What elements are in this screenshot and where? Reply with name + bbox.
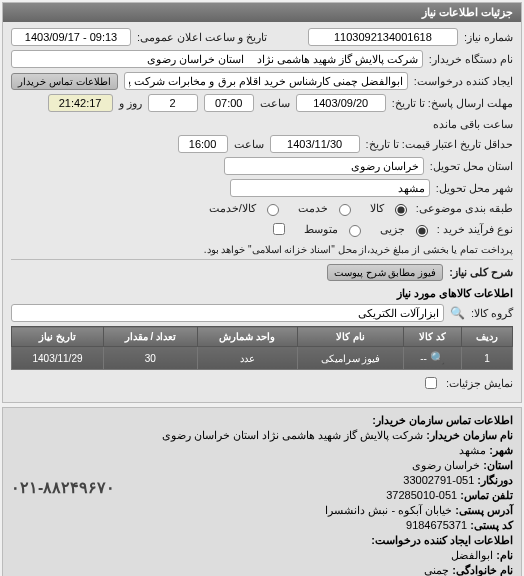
radio-goods-service[interactable] [267,204,279,216]
radio-service[interactable] [339,204,351,216]
postal-code-label: کد پستی: [470,519,513,531]
radio-partial[interactable] [416,225,428,237]
days-input[interactable] [148,94,198,112]
details-toggle-label: نمایش جزئیات: [446,377,513,390]
days-label: روز و [119,97,142,110]
cell-code-text: -- [420,353,427,364]
cell-qty: 30 [103,347,197,370]
need-number-input[interactable] [308,28,458,46]
row-org: نام دستگاه خریدار: [11,50,513,68]
th-name: نام کالا [297,327,403,347]
creator-family-label: نام خانوادگی: [452,564,513,576]
contact-info-block: اطلاعات تماس سازمان خریدار: نام سازمان خ… [2,407,522,576]
province-label: استان محل تحویل: [430,160,513,173]
cell-row: 1 [462,347,513,370]
radio-service-label: خدمت [298,202,328,215]
phone-value: 051-37285010 [386,489,457,501]
postal-label: آدرس پستی: [455,504,513,516]
prefix-label: دورنگار: [477,474,513,486]
row-category: طبقه بندی موضوعی: کالا خدمت کالا/خدمت [11,201,513,216]
treasury-checkbox[interactable] [273,223,285,235]
details-checkbox[interactable] [425,377,437,389]
creator-input[interactable] [124,72,408,90]
row-details-toggle: نمایش جزئیات: [11,374,513,392]
goods-section-title: اطلاعات کالاهای مورد نیاز [11,287,513,300]
row-need-desc: شرح کلی نیاز: فیوز مطابق شرح پیوست [11,264,513,281]
th-unit: واحد شمارش [197,327,297,347]
province-input[interactable] [224,157,424,175]
cell-date: 1403/11/29 [12,347,104,370]
group-input[interactable] [11,304,444,322]
info-city-value: مشهد [459,444,486,456]
goods-table: ردیف کد کالا نام کالا واحد شمارش تعداد /… [11,326,513,370]
response-time-input[interactable] [204,94,254,112]
response-label: مهلت ارسال پاسخ: تا تاریخ: [392,97,513,110]
divider-1 [11,259,513,260]
row-need-number: شماره نیاز: تاریخ و ساعت اعلان عمومی: [11,28,513,46]
table-header-row: ردیف کد کالا نام کالا واحد شمارش تعداد /… [12,327,513,347]
city-label: شهر محل تحویل: [436,182,513,195]
need-desc-label: شرح کلی نیاز: [449,266,513,279]
phone-label: تلفن تماس: [460,489,513,501]
creator-name-label: نام: [496,549,513,561]
purchase-label: حداقل تاریخ اعتبار قیمت: تا تاریخ: [366,138,513,151]
purchase-time-label: ساعت [234,138,264,151]
announce-input[interactable] [11,28,131,46]
org-name-value: شرکت پالایش گاز شهید هاشمی نژاد استان خر… [162,429,423,441]
row-province: استان محل تحویل: [11,157,513,175]
info-province-label: استان: [483,459,513,471]
postal-value: خیابان آبکوه - نبش دانشسرا [325,504,452,516]
category-label: طبقه بندی موضوعی: [416,202,513,215]
org-label: نام دستگاه خریدار: [429,53,513,66]
th-qty: تعداد / مقدار [103,327,197,347]
org-name-label: نام سازمان خریدار: [426,429,513,441]
panel-content: شماره نیاز: تاریخ و ساعت اعلان عمومی: نا… [3,22,521,402]
details-panel: جزئیات اطلاعات نیاز شماره نیاز: تاریخ و … [2,2,522,403]
remaining-time-input [48,94,113,112]
row-goods-group: گروه کالا: 🔍 [11,304,513,322]
radio-goods-service-label: کالا/خدمت [209,202,256,215]
need-number-label: شماره نیاز: [464,31,513,44]
th-code: کد کالا [404,327,462,347]
purchase-time-input[interactable] [178,135,228,153]
postal-code-value: 9184675371 [406,519,467,531]
info-province-value: خراسان رضوی [412,459,480,471]
remaining-label: ساعت باقی مانده [433,118,513,131]
row-search-icon[interactable]: 🔍 [430,351,445,365]
response-time-label: ساعت [260,97,290,110]
radio-medium-label: متوسط [304,223,338,236]
attachment-button[interactable]: فیوز مطابق شرح پیوست [327,264,443,281]
group-label: گروه کالا: [471,307,513,320]
cell-code: 🔍 -- [404,347,462,370]
row-process: نوع فرآیند خرید : جزیی متوسط پرداخت تمام… [11,220,513,255]
row-city: شهر محل تحویل: [11,179,513,197]
creator-label: ایجاد کننده درخواست: [414,75,513,88]
radio-goods-label: کالا [370,202,384,215]
radio-medium[interactable] [349,225,361,237]
table-row[interactable]: 1 🔍 -- فیوز سرامیکی عدد 30 1403/11/29 [12,347,513,370]
radio-goods[interactable] [395,204,407,216]
prefix-value: 051-33002791 [403,474,474,486]
process-label: نوع فرآیند خرید : [437,223,513,236]
contact-section2-label: اطلاعات ایجاد کننده درخواست: [371,534,513,546]
creator-name-value: ابوالفضل [451,549,493,561]
contact-section1-label: اطلاعات تماس سازمان خریدار: [372,414,513,426]
search-icon[interactable]: 🔍 [450,306,465,320]
panel-title: جزئیات اطلاعات نیاز [3,3,521,22]
creator-family-value: چمنی [424,564,449,576]
row-response-deadline: مهلت ارسال پاسخ: تا تاریخ: ساعت روز و سا… [11,94,513,131]
row-purchase-deadline: حداقل تاریخ اعتبار قیمت: تا تاریخ: ساعت [11,135,513,153]
contact-buyer-button[interactable]: اطلاعات تماس خریدار [11,73,118,90]
big-phone: ۰۲۱-۸۸۲۴۹۶۷۰ [11,478,115,497]
response-date-input[interactable] [296,94,386,112]
org-input[interactable] [11,50,423,68]
purchase-date-input[interactable] [270,135,360,153]
info-city-label: شهر: [489,444,513,456]
treasury-note: پرداخت تمام یا بخشی از مبلغ خرید،از محل … [204,244,513,255]
city-input[interactable] [230,179,430,197]
row-creator: ایجاد کننده درخواست: اطلاعات تماس خریدار [11,72,513,90]
cell-name: فیوز سرامیکی [297,347,403,370]
cell-unit: عدد [197,347,297,370]
announce-label: تاریخ و ساعت اعلان عمومی: [137,31,267,44]
th-row: ردیف [462,327,513,347]
